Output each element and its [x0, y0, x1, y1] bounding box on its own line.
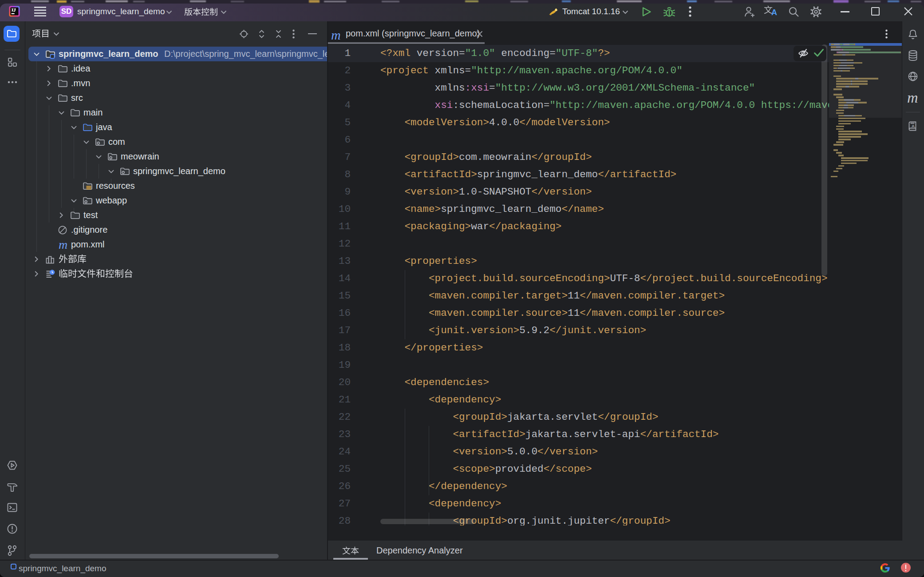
- svg-text:A: A: [912, 123, 915, 128]
